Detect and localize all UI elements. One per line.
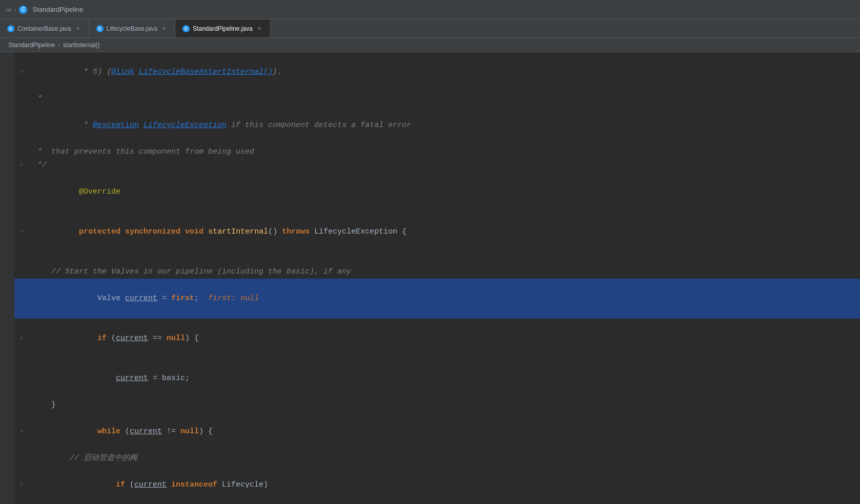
tab-icon-container-base: C	[7, 25, 14, 32]
code-editor: ▽ * 5) {@link LifecycleBase#startInterna…	[14, 52, 860, 504]
fold-icon-7[interactable]: ▽	[19, 229, 24, 235]
code-line-10: Valve current = first; first: null	[14, 279, 860, 319]
title-breadcrumb: re › C StandardPipeline	[6, 6, 83, 14]
line-content-16: if (current instanceof Lifecycle)	[29, 465, 268, 504]
title-class-name: StandardPipeline	[32, 6, 83, 13]
var-current-instanceof: current	[134, 480, 167, 489]
comment-5-prefix: * 5) {	[79, 68, 111, 76]
code-line-8	[14, 252, 860, 265]
title-back-icon: re	[6, 7, 11, 13]
line-content-12: current = basic;	[29, 359, 190, 398]
tab-close-lifecycle-base[interactable]: ✕	[160, 25, 168, 32]
tab-close-container-base[interactable]: ✕	[74, 25, 81, 32]
tab-label-standard-pipeline: StandardPipeline.java	[193, 25, 253, 32]
kw-synchronized: synchronized	[125, 227, 180, 236]
line-content-1: * 5) {@link LifecycleBase#startInternal(…	[29, 52, 282, 92]
tab-label-container-base: ContainerBase.java	[17, 25, 71, 32]
code-line-4: * that prevents this component from bein…	[14, 145, 860, 159]
tab-icon-lifecycle-base: C	[96, 25, 104, 32]
kw-if2: if	[116, 480, 125, 489]
title-class-icon: C	[19, 6, 27, 14]
title-chevron: ›	[14, 7, 16, 13]
kw-protected: protected	[79, 227, 120, 236]
line-content-4: * that prevents this component from bein…	[29, 145, 254, 159]
kw-if: if	[97, 334, 107, 343]
fold-icon-16[interactable]: ▽	[19, 482, 24, 488]
gutter-11: ▽	[14, 336, 29, 341]
kw-null-while: null	[180, 427, 199, 436]
gutter-16: ▽	[14, 482, 29, 488]
gutter-14: ▽	[14, 429, 29, 434]
line-content-3: * @exception LifecycleException if this …	[29, 106, 411, 145]
line-content-6: @Override	[29, 172, 120, 212]
kw-null-if: null	[167, 334, 185, 343]
code-line-1: ▽ * 5) {@link LifecycleBase#startInterna…	[14, 52, 860, 92]
tab-lifecycle-base[interactable]: C LifecycleBase.java ✕	[89, 19, 175, 37]
code-line-7: ▽ ● ➤ protected synchronized void startI…	[14, 212, 860, 252]
tab-container-base[interactable]: C ContainerBase.java ✕	[0, 19, 89, 37]
line-content-8	[29, 252, 37, 265]
line-content-10: Valve current = first; first: null	[29, 279, 259, 319]
fn-start-internal: startInternal	[208, 227, 268, 236]
line-content-2: *	[29, 92, 42, 106]
tab-standard-pipeline[interactable]: C StandardPipeline.java ✕	[175, 19, 271, 37]
kw-throws: throws	[282, 227, 310, 236]
var-current-assign: current	[116, 374, 148, 383]
breadcrumb-method: startInternal()	[63, 41, 99, 49]
breadcrumb-bar: StandardPipeline › startInternal()	[0, 38, 860, 52]
code-line-15: // 启动管道中的阀	[14, 452, 860, 465]
line-content-5: */	[29, 159, 47, 172]
var-current: current	[125, 294, 157, 303]
code-line-16: ▽ if (current instanceof Lifecycle)	[14, 465, 860, 504]
kw-first: first	[171, 294, 194, 303]
code-line-5: ▽ */	[14, 159, 860, 172]
code-line-9: // Start the Valves in our pipeline (inc…	[14, 265, 860, 279]
kw-instanceof: instanceof	[171, 480, 217, 489]
gutter-7: ▽ ● ➤	[14, 229, 29, 235]
code-line-2: *	[14, 92, 860, 106]
link-lifecycle-base[interactable]: @link	[111, 68, 134, 76]
editor-area: ▽ * 5) {@link LifecycleBase#startInterna…	[0, 52, 860, 504]
comment-lifecycle-ref: LifecycleBase#startInternal()}.	[134, 68, 282, 76]
code-line-14: ▽ while (current != null) {	[14, 412, 860, 452]
link-exception: @exception	[93, 121, 139, 130]
kw-while: while	[97, 427, 120, 436]
fold-icon-5[interactable]: ▽	[19, 163, 24, 168]
kw-void: void	[185, 227, 203, 236]
var-current-if: current	[116, 334, 148, 343]
fold-icon-14[interactable]: ▽	[19, 429, 24, 434]
line-content-13: }	[29, 398, 56, 412]
tab-icon-standard-pipeline: C	[182, 25, 190, 32]
annotation-override: @Override	[79, 187, 120, 196]
fold-icon-11[interactable]: ▽	[19, 336, 24, 341]
line-content-14: while (current != null) {	[29, 412, 213, 452]
comment-exception-prefix: *	[79, 121, 93, 130]
code-line-13: }	[14, 398, 860, 412]
code-line-11: ▽ if (current == null) {	[14, 319, 860, 359]
line-content-11: if (current == null) {	[29, 319, 199, 359]
comment-exception-text: LifecycleException if this component det…	[139, 121, 411, 130]
gutter-5: ▽	[14, 163, 29, 168]
line-content-15: // 启动管道中的阀	[29, 452, 137, 465]
breadcrumb-class: StandardPipeline	[8, 41, 55, 49]
breadcrumb-separator: ›	[58, 42, 60, 48]
code-container[interactable]: ▽ * 5) {@link LifecycleBase#startInterna…	[14, 52, 860, 504]
code-line-3: * @exception LifecycleException if this …	[14, 106, 860, 145]
tabs-bar: C ContainerBase.java ✕ C LifecycleBase.j…	[0, 19, 860, 38]
valve-type: Valve	[97, 294, 120, 303]
line-content-7: protected synchronized void startInterna…	[29, 212, 406, 252]
var-current-while: current	[130, 427, 162, 436]
code-line-6: @Override	[14, 172, 860, 212]
left-gutter	[0, 52, 14, 504]
tab-close-standard-pipeline[interactable]: ✕	[256, 25, 263, 32]
hint-first: first: null	[208, 294, 259, 303]
code-line-12: current = basic;	[14, 359, 860, 398]
tab-label-lifecycle-base: LifecycleBase.java	[107, 25, 157, 32]
title-bar: re › C StandardPipeline	[0, 0, 860, 19]
fold-icon-1[interactable]: ▽	[19, 70, 24, 75]
gutter-1: ▽	[14, 70, 29, 75]
line-content-9: // Start the Valves in our pipeline (inc…	[29, 265, 351, 279]
